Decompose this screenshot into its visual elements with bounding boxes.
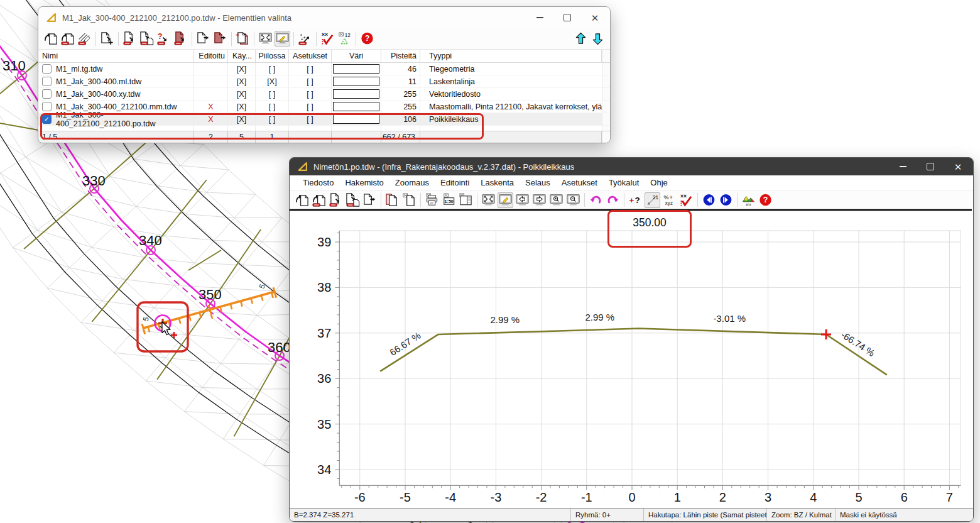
status-zoom-mode[interactable]: Zoom: BZ / Kulmat: [767, 509, 836, 521]
in-use-flag[interactable]: [X]: [228, 113, 256, 125]
table-row[interactable]: ✓M1_Jak_300-400_212100_212100.po.tdwX[X]…: [38, 113, 610, 126]
screen-draw-icon[interactable]: [498, 192, 513, 208]
row-checkbox[interactable]: ✓: [42, 114, 52, 124]
row-checkbox[interactable]: [42, 102, 52, 111]
layout-window-icon[interactable]: [458, 192, 474, 208]
menu-ohje[interactable]: Ohje: [645, 178, 673, 187]
hidden-flag[interactable]: [ ]: [256, 113, 289, 125]
table-row[interactable]: M1_Jak_300-400.ml.tdw[X][X][ ]11Laskenta…: [38, 75, 610, 88]
color-swatch[interactable]: [333, 64, 379, 74]
arrow-up-cyan-icon[interactable]: [573, 31, 589, 47]
color-cell[interactable]: [332, 75, 381, 87]
minimize-button[interactable]: [889, 158, 917, 175]
doc-open-icon[interactable]: [294, 192, 310, 208]
doc-save-as-icon[interactable]: [345, 192, 361, 208]
minimize-button[interactable]: [526, 7, 553, 28]
row-checkbox[interactable]: [42, 89, 52, 99]
close-button[interactable]: ✕: [944, 158, 972, 175]
col-header-vari[interactable]: Väri: [332, 50, 381, 62]
hidden-flag[interactable]: [ ]: [256, 88, 289, 100]
menu-editointi[interactable]: Editointi: [435, 178, 475, 187]
scrollbar-track[interactable]: [602, 101, 610, 113]
in-use-flag[interactable]: [X]: [228, 63, 256, 75]
screen-zoom-out-icon[interactable]: [565, 192, 581, 208]
row-checkbox[interactable]: [42, 64, 52, 74]
color-swatch[interactable]: [333, 89, 379, 99]
cross-section-view[interactable]: -6-5-4-3-2-10123456734353637383966.67 %2…: [290, 209, 972, 509]
section-prev-icon[interactable]: [701, 192, 717, 208]
doc-query-icon[interactable]: ?: [156, 31, 172, 47]
col-header-kaytossa[interactable]: Käy...: [228, 50, 256, 62]
scrollbar-track[interactable]: [602, 113, 610, 125]
doc-save-dark-icon[interactable]: [173, 31, 188, 47]
menu-tykalut[interactable]: Työkalut: [603, 178, 645, 187]
screen-fit-icon[interactable]: [258, 31, 273, 47]
screen-fit-icon[interactable]: [481, 192, 496, 208]
menu-asetukset[interactable]: Asetukset: [556, 178, 603, 187]
menu-selaus[interactable]: Selaus: [520, 178, 556, 187]
undo-icon[interactable]: [588, 192, 604, 208]
scrollbar-track[interactable]: [602, 63, 610, 75]
copy-icon[interactable]: [384, 192, 400, 208]
maximize-button[interactable]: [553, 7, 581, 28]
code-xyz-icon[interactable]: %+xyz: [662, 192, 677, 208]
doc-open-marked-icon[interactable]: [60, 31, 75, 47]
menu-laskenta[interactable]: Laskenta: [475, 178, 520, 187]
col-header-editoitu[interactable]: Editoitu: [194, 50, 228, 62]
table-row[interactable]: M1_Jak_300-400.xy.tdw[X][ ][ ]255Vektori…: [38, 88, 610, 101]
settings-flag[interactable]: [ ]: [289, 101, 332, 113]
doc-save-icon[interactable]: [122, 31, 138, 47]
col-header-tyyppi[interactable]: Tyyppi: [420, 50, 602, 62]
doc-export-icon[interactable]: [195, 31, 211, 47]
edit-hatch-icon[interactable]: [77, 31, 92, 47]
color-swatch[interactable]: [333, 77, 379, 86]
table-row[interactable]: M1_ml.tg.tdw[X][ ][ ]46Tiegeometria: [38, 63, 610, 75]
code-x21-icon[interactable]: 21x: [645, 192, 660, 208]
screen-zoom-in-icon[interactable]: [548, 192, 564, 208]
menu-hakemisto[interactable]: Hakemisto: [339, 178, 389, 187]
redo-icon[interactable]: [605, 192, 621, 208]
volume-m3-icon[interactable]: m³: [741, 192, 756, 208]
color-cell[interactable]: [332, 101, 381, 113]
point-query-icon[interactable]: +?: [628, 192, 643, 208]
col-header-nimi[interactable]: Nimi: [38, 50, 194, 62]
doc-open-icon[interactable]: [43, 31, 58, 47]
scrollbar-track[interactable]: [602, 88, 610, 100]
status-mask[interactable]: Maski ei käytössä: [836, 509, 973, 521]
color-swatch[interactable]: [333, 102, 379, 111]
print-icon[interactable]: [424, 192, 440, 208]
menu-tiedosto[interactable]: Tiedosto: [297, 178, 339, 187]
color-cell[interactable]: [332, 88, 381, 100]
color-swatch[interactable]: [333, 114, 379, 124]
status-group[interactable]: Ryhmä: 0+: [571, 509, 644, 521]
status-search-mode[interactable]: Hakutapa: Lähin piste (Samat pisteet): [644, 509, 767, 521]
color-cell[interactable]: [332, 113, 381, 125]
screen-left-icon[interactable]: [514, 192, 530, 208]
hidden-flag[interactable]: [X]: [256, 75, 289, 87]
window2-titlebar[interactable]: Nimetön1.po.tdw - (Infra_Rakentajakoodau…: [290, 158, 973, 175]
doc-check-icon[interactable]: [401, 192, 417, 208]
hidden-flag[interactable]: [ ]: [256, 63, 289, 75]
arrow-down-cyan-icon[interactable]: [590, 31, 606, 47]
col-header-pisteita[interactable]: Pisteitä: [381, 50, 420, 62]
in-use-flag[interactable]: [X]: [228, 101, 256, 113]
scrollbar-track[interactable]: [602, 75, 610, 87]
close-button[interactable]: ✕: [581, 7, 609, 28]
settings-flag[interactable]: [ ]: [289, 63, 332, 75]
points-select-icon[interactable]: [297, 31, 313, 47]
help-icon[interactable]: ?: [359, 31, 375, 47]
window1-titlebar[interactable]: M1_Jak_300-400_212100_212100.po.tdw - El…: [38, 7, 610, 28]
doc-save-icon[interactable]: [328, 192, 344, 208]
doc-export-dark-icon[interactable]: [212, 31, 228, 47]
col-header-piilossa[interactable]: Piilossa: [256, 50, 289, 62]
doc-new-icon[interactable]: +: [235, 31, 251, 47]
settings-flag[interactable]: [ ]: [289, 113, 332, 125]
check-remove-icon[interactable]: ××: [320, 31, 335, 47]
scrollbar-track[interactable]: [602, 50, 610, 62]
menu-zoomaus[interactable]: Zoomaus: [389, 178, 435, 187]
color-cell[interactable]: [332, 63, 381, 75]
scale-150-icon[interactable]: 1:50: [441, 192, 457, 208]
col-header-asetukset[interactable]: Asetukset: [289, 50, 332, 62]
triangle-12-icon[interactable]: 12: [337, 31, 352, 47]
doc-export-icon[interactable]: [362, 192, 378, 208]
